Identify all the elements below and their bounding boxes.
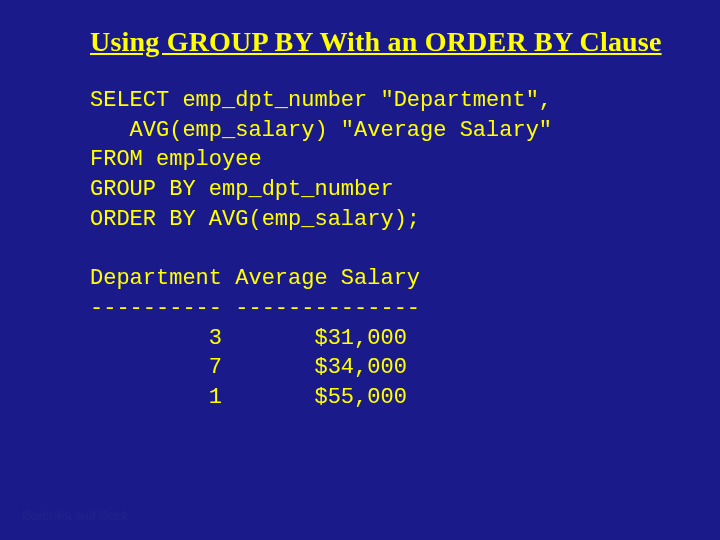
slide-title: Using GROUP BY With an ORDER BY Clause bbox=[90, 26, 680, 58]
result-divider: ---------- -------------- bbox=[90, 296, 420, 321]
sql-line-3: FROM employee bbox=[90, 147, 262, 172]
footer-text: Bordoloi and Bock bbox=[22, 508, 129, 524]
result-row-3: 1 $55,000 bbox=[90, 385, 407, 410]
result-row-2: 7 $34,000 bbox=[90, 355, 407, 380]
result-row-1: 3 $31,000 bbox=[90, 326, 407, 351]
sql-line-2: AVG(emp_salary) "Average Salary" bbox=[90, 118, 552, 143]
sql-line-5: ORDER BY AVG(emp_salary); bbox=[90, 207, 420, 232]
slide: Using GROUP BY With an ORDER BY Clause S… bbox=[0, 0, 720, 540]
sql-line-1: SELECT emp_dpt_number "Department", bbox=[90, 88, 552, 113]
result-header: Department Average Salary bbox=[90, 266, 420, 291]
sql-block: SELECT emp_dpt_number "Department", AVG(… bbox=[90, 86, 680, 413]
sql-line-4: GROUP BY emp_dpt_number bbox=[90, 177, 394, 202]
